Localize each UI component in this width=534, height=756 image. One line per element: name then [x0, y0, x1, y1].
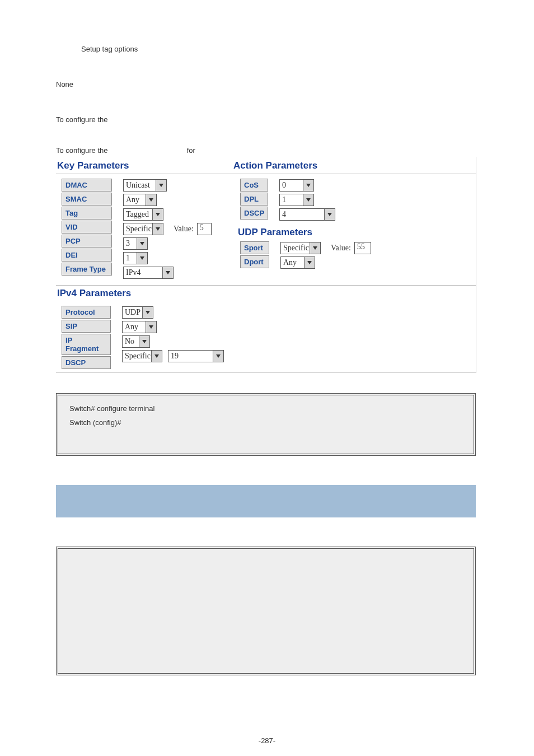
label-sport: Sport — [240, 241, 269, 254]
chevron-down-icon — [142, 307, 153, 318]
chevron-down-icon — [152, 209, 163, 220]
chevron-down-icon — [303, 194, 313, 206]
vid-value-label: Value: — [174, 225, 194, 234]
svg-marker-15 — [154, 354, 159, 358]
chevron-down-icon — [156, 180, 166, 191]
chevron-down-icon — [137, 253, 147, 264]
select-dscp-ipv4[interactable]: Specific — [122, 350, 162, 362]
svg-marker-4 — [140, 242, 144, 245]
chevron-down-icon — [303, 180, 313, 191]
label-dport: Dport — [240, 255, 269, 268]
chevron-down-icon — [162, 267, 173, 278]
svg-marker-10 — [313, 246, 317, 250]
select-dmac-value: Unicast — [126, 181, 156, 190]
select-cos[interactable]: 0 — [279, 179, 314, 192]
chevron-down-icon — [151, 351, 162, 362]
setup-tag-line: Setup tag options — [81, 45, 478, 53]
chevron-down-icon — [152, 223, 163, 235]
none-line: None — [56, 80, 478, 88]
input-vid-value[interactable]: 5 — [197, 223, 212, 235]
section-bar — [56, 485, 476, 517]
label-vid: VID — [62, 221, 112, 234]
chevron-down-icon — [146, 321, 156, 333]
select-smac[interactable]: Any — [123, 194, 157, 206]
label-dei: DEI — [62, 249, 112, 262]
select-dei-value: 1 — [126, 254, 137, 263]
label-tag: Tag — [62, 207, 112, 220]
label-smac: SMAC — [62, 193, 112, 206]
udp-parameters-header: UDP Parameters — [232, 225, 476, 240]
select-sip-value: Any — [125, 323, 146, 332]
select-dscp-action[interactable]: 4 — [279, 208, 335, 221]
ipv4-parameters-header: IPv4 Parameters — [56, 286, 476, 301]
chevron-down-icon — [310, 242, 320, 254]
svg-marker-2 — [156, 213, 160, 216]
select-tag-value: Tagged — [126, 210, 152, 219]
select-dscp-specific[interactable]: 19 — [168, 350, 224, 362]
svg-marker-16 — [216, 354, 221, 358]
svg-marker-14 — [142, 340, 147, 343]
select-vid-value: Specific — [126, 225, 152, 234]
select-dport[interactable]: Any — [280, 256, 315, 269]
select-dscp-action-value: 4 — [282, 210, 324, 219]
label-pcp: PCP — [62, 235, 112, 248]
svg-marker-3 — [156, 227, 160, 231]
select-frame-type-value: IPv4 — [126, 268, 162, 277]
select-sport-value: Specific — [283, 244, 310, 253]
label-cos: CoS — [240, 179, 268, 192]
select-pcp-value: 3 — [126, 239, 137, 248]
svg-marker-6 — [166, 271, 170, 274]
select-vid[interactable]: Specific — [123, 223, 163, 235]
input-sport-value[interactable]: 55 — [354, 242, 371, 254]
svg-marker-12 — [146, 311, 150, 314]
select-protocol-value: UDP — [125, 308, 142, 317]
label-dscp-ipv4: DSCP — [62, 356, 111, 369]
svg-marker-11 — [307, 261, 312, 264]
select-dscp-ipv4-value: Specific — [125, 352, 151, 361]
select-frame-type[interactable]: IPv4 — [123, 267, 174, 279]
select-dei[interactable]: 1 — [123, 252, 148, 264]
chevron-down-icon — [146, 194, 156, 206]
label-dpl: DPL — [240, 193, 268, 206]
chevron-down-icon — [139, 336, 149, 347]
to-configure-2b: for — [187, 146, 195, 155]
svg-marker-13 — [149, 325, 153, 329]
label-protocol: Protocol — [62, 306, 111, 319]
cli-line-2: Switch (config)# — [69, 418, 462, 427]
select-dscp-specific-value: 19 — [171, 352, 213, 361]
cli-line-1: Switch# configure terminal — [69, 404, 462, 413]
select-tag[interactable]: Tagged — [123, 208, 163, 221]
select-ipfragment[interactable]: No — [122, 335, 150, 348]
select-sip[interactable]: Any — [122, 321, 157, 333]
select-ipfragment-value: No — [125, 337, 139, 346]
config-panel: Key Parameters DMAC SMAC Tag VID PCP DEI… — [56, 157, 476, 373]
label-dscp: DSCP — [240, 207, 268, 220]
select-smac-value: Any — [126, 195, 146, 204]
svg-marker-7 — [306, 184, 311, 187]
svg-marker-8 — [306, 198, 311, 202]
cli-code-box: Switch# configure terminal Switch (confi… — [56, 393, 476, 456]
chevron-down-icon — [213, 351, 223, 362]
svg-marker-0 — [159, 184, 163, 187]
to-configure-1: To configure the — [56, 115, 478, 124]
select-pcp[interactable]: 3 — [123, 237, 148, 250]
page-number: -287- — [0, 736, 534, 745]
chevron-down-icon — [324, 209, 335, 220]
chevron-down-icon — [304, 257, 315, 268]
select-dpl-value: 1 — [282, 195, 303, 204]
label-frame: Frame Type — [62, 263, 112, 276]
chevron-down-icon — [137, 238, 147, 249]
select-dmac[interactable]: Unicast — [123, 179, 167, 192]
sport-value-label: Value: — [331, 244, 351, 253]
select-dport-value: Any — [283, 258, 304, 267]
empty-code-box — [56, 547, 476, 675]
select-protocol[interactable]: UDP — [122, 306, 153, 319]
select-cos-value: 0 — [282, 181, 303, 190]
svg-marker-5 — [140, 256, 144, 260]
to-configure-2: To configure the for — [56, 146, 478, 155]
label-sip: SIP — [62, 320, 111, 333]
select-dpl[interactable]: 1 — [279, 194, 314, 206]
select-sport[interactable]: Specific — [280, 242, 321, 254]
key-parameters-header: Key Parameters — [56, 158, 232, 174]
svg-marker-1 — [149, 198, 153, 202]
